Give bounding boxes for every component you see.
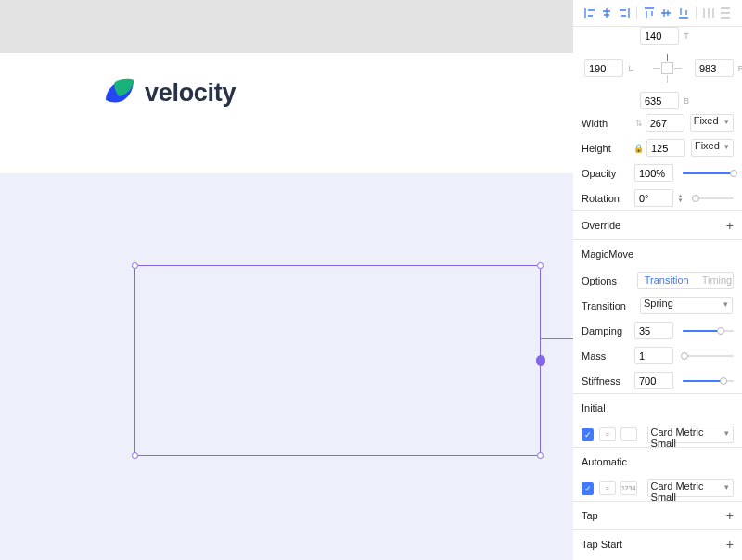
initial-blank-swatch[interactable] xyxy=(620,427,637,441)
initial-section: Initial ✓ = Card Metric Small xyxy=(573,394,742,448)
override-add-button[interactable]: + xyxy=(726,218,734,233)
damping-slider[interactable] xyxy=(683,330,734,332)
stiffness-slider[interactable] xyxy=(683,380,734,382)
brand-logo: velocity xyxy=(102,74,236,111)
measurement-line xyxy=(541,338,573,339)
height-input[interactable] xyxy=(646,139,685,157)
tap-label: Tap xyxy=(582,510,598,521)
rotation-slider[interactable] xyxy=(694,197,734,199)
resize-handle-bottom-right[interactable] xyxy=(537,452,544,459)
opacity-input[interactable] xyxy=(634,164,673,182)
automatic-section: Automatic ✓ = 1234 Card Metric Small xyxy=(573,448,742,502)
width-input[interactable] xyxy=(646,114,684,132)
magicmove-title: MagicMove xyxy=(582,248,633,260)
brand-logo-mark xyxy=(102,74,135,111)
tap-add-button[interactable]: + xyxy=(726,508,734,523)
unit-bottom: B xyxy=(682,96,691,106)
brand-logo-text: velocity xyxy=(145,79,236,108)
align-bottom-icon[interactable] xyxy=(675,5,692,21)
magicmove-section: MagicMove Options Transition Timing Tran… xyxy=(573,240,742,394)
automatic-target-select[interactable]: Card Metric Small xyxy=(647,479,734,497)
tapstart-add-button[interactable]: + xyxy=(726,537,734,552)
options-transition-tab[interactable]: Transition xyxy=(638,273,696,288)
tapstart-section: Tap Start + xyxy=(573,530,742,558)
transition-label: Transition xyxy=(582,300,634,312)
align-right-icon[interactable] xyxy=(616,5,633,21)
position-section: T L R B Width ⇅ Fixed Height 🔒 Fixed Opa… xyxy=(573,27,742,211)
canvas-selection[interactable] xyxy=(134,265,541,456)
link-dimensions-icon[interactable]: ⇅ xyxy=(635,119,643,128)
opacity-label: Opacity xyxy=(582,168,634,179)
resize-handle-top-right[interactable] xyxy=(537,262,544,269)
automatic-label: Automatic xyxy=(582,456,627,467)
unit-top: T xyxy=(682,32,691,41)
initial-target-select[interactable]: Card Metric Small xyxy=(647,426,734,443)
align-center-h-icon[interactable] xyxy=(599,5,616,21)
initial-eq-icon[interactable]: = xyxy=(599,427,616,441)
position-left-input[interactable] xyxy=(584,59,623,77)
tapstart-label: Tap Start xyxy=(582,539,622,550)
alignment-section xyxy=(573,0,742,27)
resize-handle-bottom-left[interactable] xyxy=(132,452,138,459)
initial-label: Initial xyxy=(582,402,606,414)
anchor-widget[interactable] xyxy=(644,49,690,86)
options-timing-tab[interactable]: Timing xyxy=(696,273,734,288)
rotation-input[interactable] xyxy=(634,189,673,207)
mass-slider[interactable] xyxy=(683,355,734,357)
width-label: Width xyxy=(582,118,633,129)
initial-checkbox[interactable]: ✓ xyxy=(582,428,594,441)
rotation-label: Rotation xyxy=(582,193,634,204)
options-toggle[interactable]: Transition Timing xyxy=(637,272,734,289)
stiffness-label: Stiffness xyxy=(582,375,634,387)
inspector-panel: T L R B Width ⇅ Fixed Height 🔒 Fixed Opa… xyxy=(573,0,742,560)
unit-right: R xyxy=(736,64,742,73)
position-bottom-input[interactable] xyxy=(640,92,679,109)
opacity-slider[interactable] xyxy=(683,172,734,174)
damping-input[interactable] xyxy=(634,322,673,339)
mass-label: Mass xyxy=(582,350,634,362)
unit-left: L xyxy=(626,64,635,73)
automatic-checkbox[interactable]: ✓ xyxy=(582,482,594,495)
canvas-toolbar-bg xyxy=(0,0,573,53)
position-right-input[interactable] xyxy=(695,59,734,77)
options-label: Options xyxy=(582,275,632,286)
automatic-badge-swatch[interactable]: 1234 xyxy=(620,481,637,495)
distribute-v-icon[interactable] xyxy=(717,5,734,21)
align-middle-icon[interactable] xyxy=(658,5,674,21)
canvas-card: velocity xyxy=(0,53,573,173)
rotation-stepper[interactable]: ▲▼ xyxy=(676,194,684,203)
override-label: Override xyxy=(582,220,620,231)
lock-icon[interactable]: 🔒 xyxy=(633,144,644,153)
tap-section: Tap + xyxy=(573,502,742,530)
mass-input[interactable] xyxy=(634,347,673,364)
transition-select[interactable]: Spring xyxy=(640,297,733,314)
align-left-icon[interactable] xyxy=(582,5,598,21)
height-mode-select[interactable]: Fixed xyxy=(691,139,734,157)
resize-handle-mid-right[interactable] xyxy=(536,355,545,366)
position-top-input[interactable] xyxy=(640,27,679,45)
canvas-area[interactable]: velocity xyxy=(0,0,573,560)
automatic-eq-icon[interactable]: = xyxy=(599,481,616,495)
stiffness-input[interactable] xyxy=(634,372,673,389)
alignment-toolbar xyxy=(582,0,734,26)
distribute-h-icon[interactable] xyxy=(700,5,717,21)
damping-label: Damping xyxy=(582,325,634,337)
align-top-icon[interactable] xyxy=(641,5,658,21)
resize-handle-top-left[interactable] xyxy=(132,262,138,269)
override-section: Override + xyxy=(573,211,742,240)
height-label: Height xyxy=(582,143,631,154)
width-mode-select[interactable]: Fixed xyxy=(690,114,734,132)
